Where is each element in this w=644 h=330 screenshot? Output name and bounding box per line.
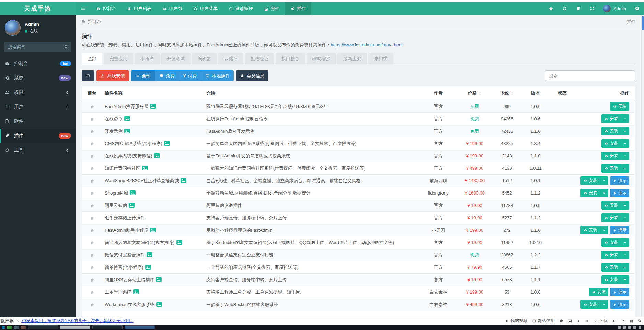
- install-dropdown-toggle[interactable]: [621, 164, 629, 173]
- install-dropdown-toggle[interactable]: [600, 189, 608, 197]
- taskbar-window-tile[interactable]: [92, 325, 123, 329]
- install-button[interactable]: 安装: [580, 189, 608, 197]
- tab-短信验证[interactable]: 短信验证: [245, 53, 274, 65]
- install-button[interactable]: 安装: [610, 102, 629, 111]
- sidebar-search-input[interactable]: [4, 42, 71, 52]
- install-main-segment[interactable]: 安装: [601, 263, 621, 272]
- nav-item-插件[interactable]: 插件: [285, 2, 311, 15]
- lightning-icon[interactable]: [576, 319, 580, 323]
- filter-免费-button[interactable]: 免费: [155, 70, 179, 81]
- install-dropdown-toggle[interactable]: [621, 275, 629, 284]
- install-main-segment[interactable]: 安装: [601, 127, 621, 135]
- table-search-input[interactable]: [545, 70, 635, 81]
- plugin-name[interactable]: 简洁强大的富文本编辑器(官方推荐): [105, 240, 175, 245]
- demo-segment[interactable]: 演示: [610, 189, 629, 197]
- tab-辅助增强[interactable]: 辅助增强: [307, 53, 336, 65]
- my-videos-button[interactable]: 我的视频: [505, 318, 528, 324]
- settings-button[interactable]: [630, 2, 644, 15]
- install-button[interactable]: 安装: [601, 275, 629, 284]
- taskbar-window-tile[interactable]: [28, 325, 58, 329]
- install-dropdown-toggle[interactable]: [621, 127, 629, 135]
- tab-云储存[interactable]: 云储存: [218, 53, 243, 65]
- demo-segment[interactable]: 演示: [610, 300, 629, 309]
- tab-接口整合[interactable]: 接口整合: [276, 53, 305, 65]
- menu-toggle-button[interactable]: [76, 2, 91, 15]
- download-button[interactable]: 下载: [594, 318, 608, 324]
- install-button[interactable]: 安装: [589, 288, 608, 296]
- install-button[interactable]: 安装: [601, 201, 629, 210]
- install-button[interactable]: 安装: [580, 176, 608, 185]
- install-dropdown-toggle[interactable]: [600, 176, 608, 185]
- refresh-table-button[interactable]: [82, 70, 94, 81]
- sidebar-item-系统[interactable]: 系统new: [0, 71, 76, 85]
- install-button[interactable]: 安装: [601, 152, 629, 160]
- install-button[interactable]: 安装: [601, 127, 629, 135]
- store-link[interactable]: https://www.fastadmin.net/store.html: [331, 42, 402, 47]
- install-main-segment[interactable]: 安装: [601, 139, 621, 148]
- plugin-name[interactable]: 在线命令: [105, 116, 123, 121]
- scrollbar-track[interactable]: [641, 15, 644, 317]
- sidebar-item-控制台[interactable]: 控制台hot: [0, 56, 76, 71]
- start-button[interactable]: [1, 326, 5, 329]
- install-dropdown-toggle[interactable]: [621, 213, 629, 222]
- search-icon[interactable]: [64, 45, 68, 49]
- refresh-button[interactable]: [558, 2, 572, 15]
- plugin-name[interactable]: FastAdmin推荐服务器: [105, 104, 148, 109]
- install-dropdown-toggle[interactable]: [621, 238, 629, 247]
- filter-付费-button[interactable]: ¥付费: [179, 70, 201, 81]
- plugin-name[interactable]: Workerman在线客服系统: [105, 302, 154, 307]
- fullscreen-button[interactable]: [585, 2, 599, 15]
- install-main-segment[interactable]: 安装: [580, 189, 600, 197]
- install-main-segment[interactable]: 安装: [601, 164, 621, 173]
- plugin-name[interactable]: WanlShop B2B2C+社区种草直播商城: [105, 178, 179, 183]
- install-dropdown-toggle[interactable]: [621, 114, 629, 123]
- tab-最新上架[interactable]: 最新上架: [337, 53, 367, 65]
- install-main-segment[interactable]: 安装: [580, 176, 600, 185]
- col-header-价格[interactable]: 价格: [458, 86, 492, 100]
- plugin-name[interactable]: CMS内容管理系统(含小程序): [105, 141, 162, 146]
- breadcrumb-left[interactable]: 控制台: [88, 19, 101, 25]
- col-header-下载[interactable]: 下载: [492, 86, 522, 100]
- demo-button[interactable]: 演示: [610, 189, 629, 197]
- install-button[interactable]: 安装: [580, 300, 608, 309]
- tray-icon[interactable]: [623, 326, 626, 329]
- install-button[interactable]: 安装: [601, 139, 629, 148]
- taskbar-window-tile[interactable]: [125, 325, 155, 329]
- chevron-down-icon[interactable]: [16, 319, 20, 323]
- filter-全部-button[interactable]: 全部: [131, 70, 155, 81]
- sidebar-item-用户[interactable]: 用户: [0, 100, 76, 114]
- demo-button[interactable]: 演示: [610, 226, 629, 234]
- demo-segment[interactable]: 演示: [610, 288, 629, 296]
- plugin-name[interactable]: 在线投票系统(支持微信): [105, 153, 152, 158]
- site-credit-button[interactable]: 网站信用: [532, 318, 555, 324]
- install-button[interactable]: 安装: [601, 114, 629, 123]
- mail-icon[interactable]: [621, 319, 625, 323]
- install-button[interactable]: 安装: [601, 213, 629, 222]
- nav-item-控制台[interactable]: 控制台: [91, 2, 122, 15]
- plugin-name[interactable]: Shopro商城: [105, 190, 128, 196]
- nav-item-附件[interactable]: 附件: [258, 2, 285, 15]
- offline-install-button[interactable]: 离线安装: [96, 70, 129, 81]
- install-main-segment[interactable]: 安装: [601, 152, 621, 160]
- install-main-segment[interactable]: 安装: [580, 300, 600, 309]
- install-dropdown-toggle[interactable]: [621, 139, 629, 148]
- taskbar-app-icon[interactable]: [21, 326, 26, 329]
- install-dropdown-toggle[interactable]: [621, 152, 629, 160]
- taskbar-window-tile[interactable]: [60, 325, 90, 329]
- install-main-segment[interactable]: 安装: [601, 213, 621, 222]
- install-button[interactable]: 安装: [601, 251, 629, 259]
- install-dropdown-toggle[interactable]: [621, 263, 629, 272]
- tray-icon[interactable]: [628, 326, 631, 329]
- home-button[interactable]: [544, 2, 558, 15]
- plugin-name[interactable]: 简单博客(含小程序): [105, 265, 143, 270]
- install-main-segment[interactable]: 安装: [601, 251, 621, 259]
- tab-未归类[interactable]: 未归类: [368, 53, 393, 65]
- plugin-name[interactable]: 阿里OSS云存储上传插件: [105, 277, 154, 282]
- taskbar-app-icon[interactable]: [14, 326, 19, 329]
- plugin-name[interactable]: 七牛云存储上传插件: [105, 215, 145, 220]
- tray-icon[interactable]: [639, 326, 641, 329]
- nav-item-用户组[interactable]: 用户组: [157, 2, 188, 15]
- filter-本地插件-button[interactable]: 本地插件: [201, 70, 234, 81]
- install-button[interactable]: 安装: [580, 226, 608, 234]
- plugin-name[interactable]: 开发示例: [105, 129, 123, 134]
